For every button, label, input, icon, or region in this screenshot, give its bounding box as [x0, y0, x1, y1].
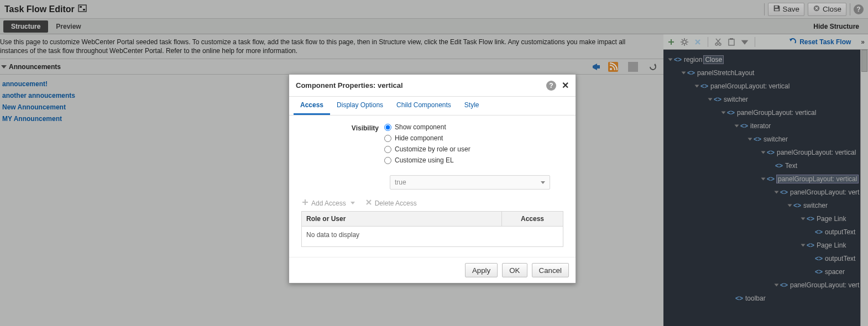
delete-access-button[interactable]: Delete Access: [365, 198, 417, 208]
tree-node[interactable]: <>outputText: [667, 225, 868, 239]
cut-icon[interactable]: [714, 38, 723, 46]
dropdown-caret-icon[interactable]: [740, 38, 749, 46]
col-role: Role or User: [302, 212, 502, 226]
table-empty-text: No data to display: [302, 227, 563, 246]
tree-node[interactable]: <>outputText: [667, 252, 868, 265]
svg-rect-0: [79, 5, 86, 12]
tab-display-options[interactable]: Display Options: [330, 97, 390, 115]
tree-node[interactable]: <>panelGroupLayout: vertical: [667, 146, 868, 159]
cancel-button[interactable]: Cancel: [532, 263, 569, 277]
radio-show-component[interactable]: Show component: [384, 123, 470, 131]
taskflow-glyph-icon: [78, 4, 87, 14]
add-access-button[interactable]: Add Access: [301, 198, 355, 208]
radio-customize-role[interactable]: Customize by role or user: [384, 145, 470, 153]
svg-point-10: [715, 43, 718, 45]
svg-rect-4: [775, 9, 778, 11]
tree-node[interactable]: <>panelGroupLayout: vertical: [667, 106, 868, 119]
tree-node[interactable]: <>panelStretchLayout: [667, 66, 868, 80]
tree-node[interactable]: <>panelGroupLayout: vert: [667, 278, 868, 292]
plus-icon: [301, 198, 309, 208]
topbar: Task Flow Editor Save Close ?: [0, 0, 868, 19]
undo-icon: [788, 36, 797, 47]
add-access-label: Add Access: [311, 199, 346, 207]
radio-customize-el[interactable]: Customize using EL: [384, 156, 470, 164]
paste-icon[interactable]: [727, 38, 736, 46]
svg-rect-2: [83, 9, 85, 10]
radio-hide-component[interactable]: Hide component: [384, 134, 470, 142]
tree-node[interactable]: <>spacer: [667, 265, 868, 278]
svg-point-11: [719, 43, 721, 45]
structure-toolbar: Reset Task Flow »: [663, 34, 868, 50]
structure-panel: Reset Task Flow » <> region Close <>pane…: [663, 34, 868, 326]
reset-taskflow-button[interactable]: Reset Task Flow: [788, 36, 851, 47]
el-value: true: [395, 178, 406, 186]
add-icon[interactable]: [667, 38, 676, 46]
floppy-icon: [773, 4, 781, 14]
hide-structure-link[interactable]: Hide Structure: [813, 23, 868, 30]
disclosure-icon[interactable]: [1, 65, 7, 69]
el-expression-select[interactable]: true: [390, 175, 550, 190]
tree-node[interactable]: <>switcher: [667, 133, 868, 146]
tab-preview[interactable]: Preview: [48, 20, 88, 33]
svg-rect-13: [730, 38, 733, 40]
close-button[interactable]: Close: [808, 3, 846, 16]
access-table: Role or User Access No data to display: [301, 211, 563, 247]
apply-button[interactable]: Apply: [465, 263, 498, 277]
close-label: Close: [823, 5, 841, 13]
tab-structure[interactable]: Structure: [3, 20, 48, 33]
tree-node[interactable]: <>Text: [667, 159, 868, 172]
delete-icon[interactable]: [693, 38, 702, 46]
view-tabs: Structure Preview Hide Structure: [0, 19, 868, 34]
reset-label: Reset Task Flow: [799, 38, 851, 46]
svg-rect-3: [775, 6, 777, 8]
chevron-down-icon: [351, 202, 355, 204]
page-title: Task Flow Editor: [4, 4, 75, 14]
tree-node[interactable]: <>Page Link: [667, 239, 868, 252]
tree-node-region[interactable]: <> region Close: [667, 53, 868, 66]
svg-point-8: [610, 68, 612, 70]
svg-rect-6: [597, 65, 600, 69]
chevron-down-icon: [541, 181, 545, 184]
x-icon: [365, 198, 373, 208]
tree-node[interactable]: <>Page Link: [667, 212, 868, 225]
dialog-close-icon[interactable]: ✕: [562, 80, 569, 91]
rss-icon[interactable]: [608, 62, 618, 72]
delete-access-label: Delete Access: [375, 199, 417, 207]
save-label: Save: [783, 5, 799, 13]
svg-rect-1: [80, 6, 82, 8]
svg-rect-12: [729, 39, 734, 45]
collapse-panel-icon[interactable]: »: [861, 38, 865, 46]
tab-access[interactable]: Access: [294, 97, 330, 115]
tree-node[interactable]: <>panelGroupLayout: vertical: [667, 80, 868, 93]
component-tree: <> region Close <>panelStretchLayout <>p…: [663, 50, 868, 326]
close-circle-icon: [813, 4, 820, 14]
ok-button[interactable]: OK: [502, 263, 527, 277]
component-properties-dialog: Component Properties: vertical ? ✕ Acces…: [289, 74, 576, 283]
help-icon[interactable]: ?: [854, 4, 864, 14]
tree-node-selected[interactable]: <>panelGroupLayout: vertical: [667, 172, 868, 186]
announcements-header[interactable]: Announcements: [0, 59, 663, 75]
tree-node[interactable]: <>toolbar: [667, 292, 868, 305]
dialog-help-icon[interactable]: ?: [546, 81, 556, 91]
save-button[interactable]: Save: [768, 3, 804, 16]
info-text: Use this page to customize WebCenter Por…: [0, 34, 663, 59]
dialog-title: Component Properties: vertical: [296, 81, 403, 90]
structure-scrollbar[interactable]: [860, 50, 868, 326]
dialog-tabs: Access Display Options Child Components …: [289, 97, 576, 115]
tab-style[interactable]: Style: [458, 97, 486, 115]
tree-node[interactable]: <>switcher: [667, 199, 868, 212]
section-title: Announcements: [9, 63, 61, 71]
tab-child-components[interactable]: Child Components: [390, 97, 458, 115]
region-badge: Close: [703, 55, 724, 64]
visibility-label: Visibility: [301, 123, 384, 132]
tree-node[interactable]: <>iterator: [667, 119, 868, 133]
col-access: Access: [502, 212, 563, 226]
tree-node[interactable]: <>switcher: [667, 93, 868, 106]
gear-icon[interactable]: [680, 38, 689, 46]
svg-point-9: [683, 40, 686, 44]
refresh-icon[interactable]: [648, 62, 658, 72]
tree-node[interactable]: <>panelGroupLayout: vert: [667, 186, 868, 199]
megaphone-icon[interactable]: [592, 62, 602, 72]
